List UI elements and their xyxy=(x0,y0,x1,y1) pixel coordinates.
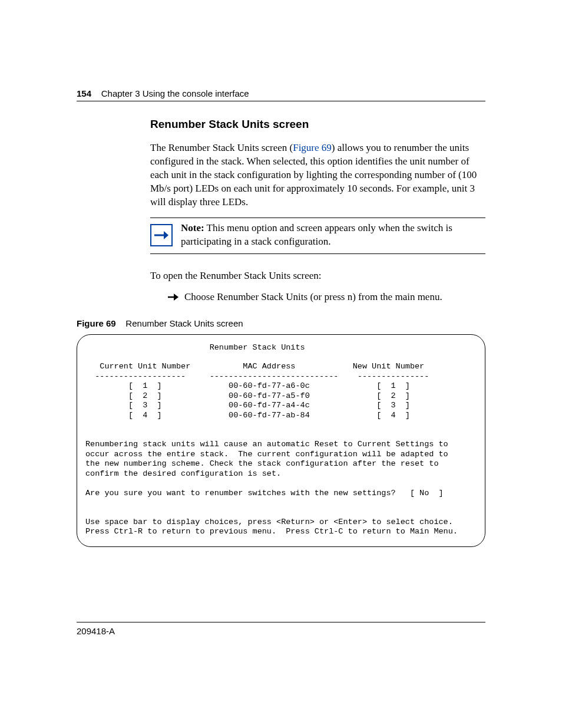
running-header: 154 Chapter 3 Using the console interfac… xyxy=(77,88,485,101)
chapter-title: Chapter 3 Using the console interface xyxy=(101,88,249,98)
section-title: Renumber Stack Units screen xyxy=(150,118,485,131)
note-label: Note: xyxy=(181,222,204,233)
arrow-right-icon xyxy=(168,294,178,301)
page: 154 Chapter 3 Using the console interfac… xyxy=(0,0,562,728)
intro-paragraph: The Renumber Stack Units screen (Figure … xyxy=(150,141,485,209)
page-footer: 209418-A xyxy=(77,622,485,636)
figure-label: Figure 69 xyxy=(77,318,116,328)
procedure-step: Choose Renumber Stack Units (or press n)… xyxy=(168,291,485,303)
figure-title: Renumber Stack Units screen xyxy=(125,318,243,328)
note-body: This menu option and screen appears only… xyxy=(181,222,452,247)
terminal-screenshot: Renumber Stack Units Current Unit Number… xyxy=(77,334,485,547)
step-text: Choose Renumber Stack Units (or press n)… xyxy=(184,291,442,303)
note-block: Note: This menu option and screen appear… xyxy=(150,218,485,254)
svg-marker-1 xyxy=(164,231,168,239)
para-text: The Renumber Stack Units screen ( xyxy=(150,142,293,153)
lead-in-paragraph: To open the Renumber Stack Units screen: xyxy=(150,269,485,283)
page-number: 154 xyxy=(77,88,91,98)
note-text: Note: This menu option and screen appear… xyxy=(181,222,485,249)
figure-xref-link[interactable]: Figure 69 xyxy=(293,142,332,153)
document-number: 209418-A xyxy=(77,626,115,636)
figure-caption: Figure 69 Renumber Stack Units screen xyxy=(77,318,485,328)
body-column: Renumber Stack Units screen The Renumber… xyxy=(150,118,485,303)
svg-marker-3 xyxy=(174,294,178,301)
arrow-right-icon xyxy=(150,224,173,246)
